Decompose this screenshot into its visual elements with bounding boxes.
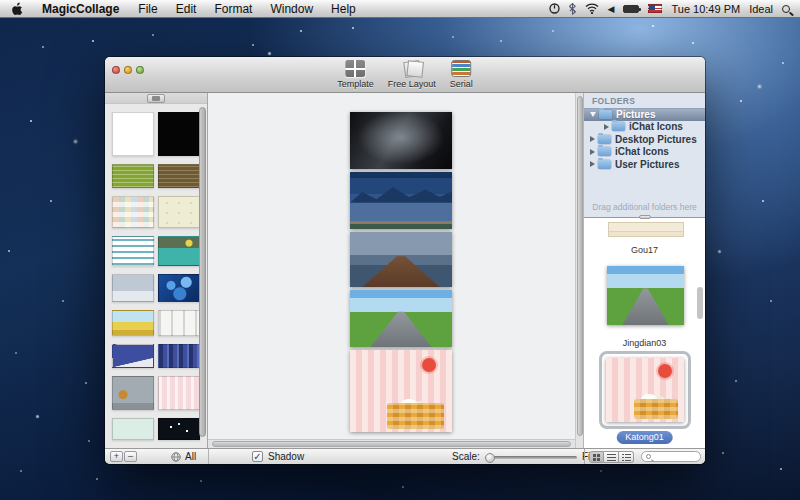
backgrounds-tab-button[interactable] <box>147 94 165 103</box>
collage-canvas[interactable] <box>208 93 575 448</box>
sidebar-scrollbar[interactable] <box>199 107 206 437</box>
add-background-button[interactable]: + <box>110 451 123 462</box>
disclosure-triangle-icon[interactable] <box>590 149 595 155</box>
collage-photo-rainy-window[interactable] <box>350 112 452 169</box>
spotlight-icon[interactable] <box>782 5 790 13</box>
background-thumbnail[interactable] <box>112 344 154 368</box>
detail-view-icon <box>622 454 631 461</box>
canvas-horizontal-scrollbar[interactable] <box>208 439 575 448</box>
background-thumbnail[interactable] <box>158 164 200 188</box>
shadow-checkbox[interactable]: ✓ <box>252 451 263 462</box>
sidebar-header <box>105 93 207 104</box>
close-button[interactable] <box>112 66 120 74</box>
bluetooth-icon[interactable] <box>569 3 576 15</box>
disclosure-triangle-icon[interactable] <box>590 136 595 142</box>
collage-photo-lake-pier[interactable] <box>350 232 452 287</box>
category-filter-all[interactable]: All <box>185 451 196 462</box>
background-thumbnail[interactable] <box>158 344 200 368</box>
disclosure-triangle-icon[interactable] <box>590 112 596 117</box>
disclosure-triangle-icon[interactable] <box>604 124 609 130</box>
folder-item-user-pictures[interactable]: User Pictures <box>584 158 705 171</box>
template-mode-button[interactable]: Template <box>337 60 374 89</box>
collage-photo-country-road[interactable] <box>350 290 452 347</box>
library-scrollbar[interactable] <box>697 287 703 319</box>
library-thumbnail-jingdian03[interactable] <box>607 266 684 325</box>
app-menu[interactable]: MagicCollage <box>32 0 129 18</box>
canvas-vertical-scrollbar[interactable] <box>575 93 584 448</box>
background-thumbnail[interactable] <box>112 164 154 188</box>
collage-photo-cartoon-basket[interactable] <box>350 350 452 432</box>
library-item-label: Gou17 <box>584 245 705 255</box>
serial-icon <box>451 60 471 77</box>
background-thumbnail[interactable] <box>112 376 154 410</box>
folder-item-ichat-icons-child[interactable]: iChat Icons <box>584 121 705 134</box>
serial-mode-button[interactable]: Serial <box>450 60 473 89</box>
cartoon-cats <box>401 399 417 409</box>
free-layout-icon <box>402 60 422 77</box>
menu-help[interactable]: Help <box>322 0 365 18</box>
background-thumbnail[interactable] <box>158 418 200 440</box>
menu-window[interactable]: Window <box>261 0 322 18</box>
menu-edit[interactable]: Edit <box>167 0 206 18</box>
zoom-button[interactable] <box>136 66 144 74</box>
folder-item-pictures[interactable]: Pictures <box>584 108 705 121</box>
background-thumbnail[interactable] <box>112 310 154 336</box>
wifi-icon[interactable] <box>585 3 599 14</box>
template-icon <box>345 60 365 77</box>
folders-header: FOLDERS <box>584 93 705 108</box>
folders-panel: FOLDERS Pictures iChat Icons Desktop Pic… <box>584 93 705 218</box>
picture-library-list: Gou17 Jingdian03 Katong01 <box>584 219 705 448</box>
apple-menu[interactable] <box>0 2 32 15</box>
menu-bar: MagicCollage File Edit Format Window Hel… <box>0 0 800 18</box>
scale-label: Scale: <box>452 451 480 462</box>
background-thumbnail[interactable] <box>158 310 200 336</box>
menu-format[interactable]: Format <box>205 0 261 18</box>
remove-background-button[interactable]: – <box>124 451 137 462</box>
menu-bar-user[interactable]: Ideal <box>749 3 773 15</box>
background-thumbnail-grid <box>105 104 207 440</box>
vertical-scroll-thumb[interactable] <box>577 96 583 436</box>
background-thumbnail[interactable] <box>112 418 154 440</box>
minimize-button[interactable] <box>124 66 132 74</box>
background-thumbnail[interactable] <box>112 274 154 302</box>
menu-bar-clock[interactable]: Tue 10:49 PM <box>671 3 740 15</box>
window-titlebar[interactable]: Template Free Layout Serial <box>105 57 705 93</box>
list-view-button[interactable] <box>604 451 619 463</box>
folder-item-desktop-pictures[interactable]: Desktop Pictures <box>584 133 705 146</box>
app-window: Template Free Layout Serial <box>105 57 705 464</box>
library-item-label: Jingdian03 <box>584 338 705 348</box>
library-search-input[interactable] <box>641 451 701 462</box>
background-thumbnail[interactable] <box>158 112 200 156</box>
folder-item-ichat-icons[interactable]: iChat Icons <box>584 146 705 159</box>
background-thumbnail[interactable] <box>158 236 200 266</box>
background-thumbnail[interactable] <box>158 376 200 410</box>
input-language-flag-icon[interactable] <box>648 4 662 13</box>
background-thumbnail[interactable] <box>158 196 200 228</box>
volume-icon[interactable]: ◀ <box>608 4 615 14</box>
library-thumbnail-gou17[interactable] <box>608 222 684 237</box>
grid-view-button[interactable] <box>589 451 604 463</box>
background-thumbnail[interactable] <box>112 236 154 266</box>
scale-slider-thumb[interactable] <box>485 453 495 463</box>
detail-view-button[interactable] <box>619 451 634 463</box>
folder-icon <box>598 147 611 156</box>
background-thumbnail[interactable] <box>112 112 154 156</box>
scale-slider[interactable] <box>485 456 577 459</box>
menu-file[interactable]: File <box>129 0 166 18</box>
library-thumbnail-katong01[interactable] <box>606 358 684 422</box>
cartoon-cats <box>641 394 657 404</box>
mode-toolbar: Template Free Layout Serial <box>337 60 473 89</box>
free-layout-mode-button[interactable]: Free Layout <box>388 60 436 89</box>
view-mode-segmented-control <box>589 451 634 463</box>
sync-status-icon[interactable] <box>549 3 560 14</box>
background-thumbnail[interactable] <box>158 274 200 302</box>
category-globe-icon[interactable] <box>171 452 181 464</box>
horizontal-scroll-thumb[interactable] <box>212 441 571 447</box>
disclosure-triangle-icon[interactable] <box>590 161 595 167</box>
battery-icon[interactable] <box>623 5 639 13</box>
background-thumbnail[interactable] <box>112 196 154 228</box>
selected-item-label: Katong01 <box>616 431 673 444</box>
backgrounds-sidebar <box>105 93 208 448</box>
collage-photo-mountain-lake[interactable] <box>350 172 452 229</box>
folder-icon <box>598 135 611 144</box>
